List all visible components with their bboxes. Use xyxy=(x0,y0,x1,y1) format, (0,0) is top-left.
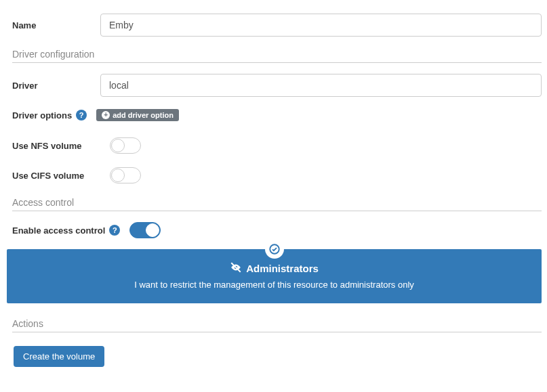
administrators-card[interactable]: Administrators I want to restrict the ma… xyxy=(7,249,542,303)
actions-header: Actions xyxy=(12,318,542,332)
help-icon[interactable]: ? xyxy=(109,225,120,236)
administrators-title-row: Administrators xyxy=(230,261,319,276)
nfs-label: Use NFS volume xyxy=(12,141,100,151)
nfs-row: Use NFS volume xyxy=(12,137,542,154)
access-control-header: Access control xyxy=(12,197,542,211)
name-row: Name xyxy=(12,14,542,37)
create-volume-button[interactable]: Create the volume xyxy=(14,346,104,367)
access-control-label: Enable access control xyxy=(12,225,105,236)
driver-config-header: Driver configuration xyxy=(12,49,542,63)
help-icon[interactable]: ? xyxy=(76,110,87,121)
driver-input[interactable] xyxy=(100,74,542,97)
administrators-desc: I want to restrict the management of thi… xyxy=(20,280,528,290)
nfs-toggle[interactable] xyxy=(110,137,141,154)
administrators-title: Administrators xyxy=(246,263,319,274)
cifs-toggle[interactable] xyxy=(110,167,141,183)
name-label: Name xyxy=(12,20,100,30)
driver-label: Driver xyxy=(12,81,100,91)
driver-options-row: Driver options ? + add driver option xyxy=(12,109,542,121)
cifs-label: Use CIFS volume xyxy=(12,171,100,181)
check-icon xyxy=(265,240,284,259)
add-driver-option-button[interactable]: + add driver option xyxy=(96,109,179,121)
name-input[interactable] xyxy=(100,14,542,37)
driver-options-label: Driver options xyxy=(12,110,72,121)
driver-row: Driver xyxy=(12,74,542,97)
plus-icon: + xyxy=(102,111,110,119)
cifs-row: Use CIFS volume xyxy=(12,167,542,183)
access-control-toggle[interactable] xyxy=(129,222,161,238)
access-control-row: Enable access control ? xyxy=(12,222,542,238)
eye-off-icon xyxy=(230,261,242,276)
add-driver-option-label: add driver option xyxy=(113,111,174,119)
